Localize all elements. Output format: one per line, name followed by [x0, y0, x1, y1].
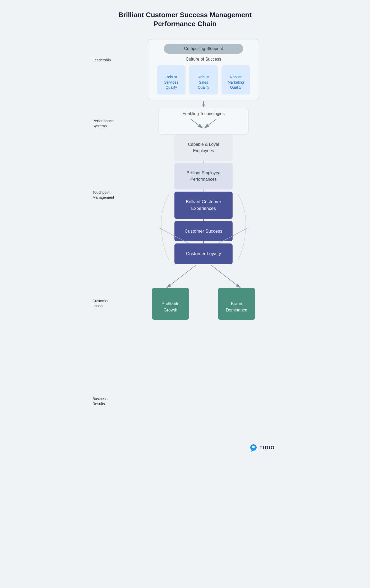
robust-marketing-box: Robust Marketing Quality [221, 65, 250, 94]
business-results-label: Business Results [92, 396, 108, 407]
svg-line-8 [211, 265, 240, 288]
touchpoint-label: Touchpoint Management [92, 190, 114, 200]
brand-dominance-box: Brand Dominance [218, 288, 255, 320]
main-layout: Leadership Performance Systems Touchpoin… [92, 39, 278, 436]
customer-loyalty-box: Customer Loyalty [174, 243, 233, 264]
svg-line-2 [190, 119, 203, 128]
conn3 [203, 219, 204, 221]
enabling-tech-label: Enabling Technologies [182, 111, 225, 116]
svg-line-3 [204, 119, 217, 128]
svg-line-4 [159, 228, 193, 246]
tidio-bubble-icon [249, 444, 257, 452]
robust-sales-box: Robust Sales Quality [189, 65, 218, 94]
performance-systems-label: Performance Systems [92, 119, 114, 129]
page-title: Brilliant Customer Success Management Pe… [92, 11, 278, 29]
business-results-label-wrap: Business Results [92, 383, 130, 436]
svg-point-10 [252, 446, 255, 448]
arrow1 [202, 100, 205, 108]
customer-impact-label-wrap: Customer Impact [92, 267, 130, 383]
left-waterfall-svg [153, 192, 173, 219]
svg-line-7 [166, 265, 196, 288]
svg-line-5 [214, 228, 248, 246]
robust-services-box: Robust Services Quality [157, 65, 186, 94]
page: Brilliant Customer Success Management Pe… [92, 11, 278, 572]
labels-column: Leadership Performance Systems Touchpoin… [92, 39, 130, 436]
compelling-blueprint-box: Compelling Blueprint [164, 44, 243, 54]
customer-impact-label: Customer Impact [92, 298, 109, 309]
conn1 [203, 161, 204, 163]
tidio-icon [249, 444, 257, 452]
tidio-text: TIDIO [260, 445, 275, 451]
employee-performances-box: Brilliant Employee Performances [174, 163, 233, 189]
right-waterfall-svg [234, 192, 254, 219]
enabling-tech-section: Enabling Technologies [159, 108, 248, 134]
touchpoint-label-wrap: Touchpoint Management [92, 169, 130, 267]
diagram: Leadership Performance Systems Touchpoin… [92, 39, 278, 452]
leadership-label-wrap: Leadership [92, 39, 130, 92]
customer-exp-wrapper: Brilliant Customer Experiences [153, 192, 254, 219]
customer-experiences-box: Brilliant Customer Experiences [174, 192, 233, 219]
diverging-arrows-svg [143, 264, 264, 291]
leadership-label: Leadership [92, 58, 111, 63]
content-column: Compelling Blueprint Culture of Success … [130, 39, 278, 436]
culture-of-success-box: Culture of Success [186, 57, 221, 62]
business-results-row: Profitable Growth Brand Dominance [152, 288, 255, 320]
tidio-logo: TIDIO [92, 444, 278, 452]
profitable-growth-box: Profitable Growth [152, 288, 189, 320]
diagonal-arrows-svg [182, 119, 225, 130]
quality-boxes-row: Robust Services Quality Robust Sales Qua… [157, 65, 250, 94]
conn2 [203, 189, 204, 192]
customer-loyalty-wrapper: Customer Loyalty [143, 243, 264, 320]
performance-systems-label-wrap: Performance Systems [92, 92, 130, 169]
leadership-section: Compelling Blueprint Culture of Success … [148, 39, 259, 100]
capable-loyal-box: Capable & Loyal Employees [174, 134, 233, 161]
